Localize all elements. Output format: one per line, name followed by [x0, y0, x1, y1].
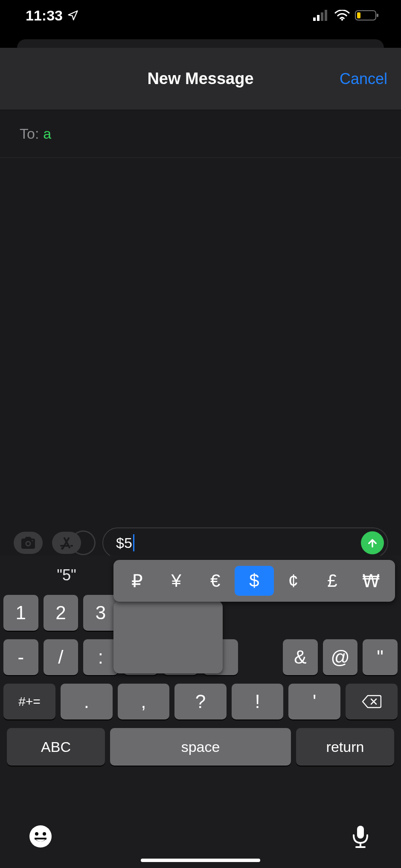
key-return[interactable]: return	[296, 728, 394, 766]
svg-rect-23	[357, 826, 364, 839]
message-input[interactable]: $5	[102, 527, 388, 558]
screen: 11:33 New Message Cancel To: a	[0, 0, 401, 868]
keyboard-keys: ₽ ¥ € $ ¢ £ ₩ 1 2 3	[0, 595, 401, 766]
currency-option[interactable]: £	[313, 566, 352, 596]
currency-option[interactable]: ₩	[352, 566, 391, 596]
wifi-icon	[334, 10, 350, 21]
currency-option[interactable]: €	[196, 566, 235, 596]
svg-rect-6	[357, 12, 360, 18]
svg-point-20	[35, 832, 38, 836]
key-3[interactable]: 3	[83, 595, 118, 631]
cellular-icon	[313, 10, 329, 21]
svg-rect-22	[35, 838, 46, 839]
backspace-icon	[362, 694, 381, 709]
svg-point-21	[43, 832, 46, 836]
text-caret	[133, 534, 134, 551]
camera-icon	[20, 536, 37, 550]
key-exclaim[interactable]: !	[232, 684, 284, 719]
battery-icon	[355, 10, 380, 21]
apps-button-wrap	[52, 532, 90, 554]
key-symbols[interactable]: #+=	[3, 684, 55, 719]
status-time: 11:33	[26, 7, 63, 24]
key-question[interactable]: ?	[174, 684, 227, 719]
key-row-3: #+= . , ? ! '	[3, 684, 398, 719]
send-button[interactable]	[361, 531, 384, 554]
key-ampersand[interactable]: &	[283, 639, 318, 675]
camera-button[interactable]	[14, 532, 43, 554]
svg-rect-0	[313, 17, 316, 21]
key-row-bottom: ABC space return	[3, 728, 398, 766]
keyboard-footer	[0, 815, 401, 858]
status-time-group: 11:33	[26, 7, 79, 24]
svg-rect-2	[321, 12, 323, 21]
status-icons	[313, 10, 380, 21]
message-text: $5	[116, 535, 132, 551]
key-at[interactable]: @	[323, 639, 358, 675]
to-field-row[interactable]: To: a	[0, 110, 401, 158]
svg-rect-3	[325, 10, 327, 21]
key-popup-connector	[113, 601, 223, 673]
key-comma[interactable]: ,	[118, 684, 170, 719]
currency-popup: ₽ ¥ € $ ¢ £ ₩	[113, 560, 395, 602]
location-arrow-icon	[67, 9, 79, 21]
key-abc[interactable]: ABC	[7, 728, 105, 766]
svg-rect-1	[317, 15, 320, 21]
key-apostrophe[interactable]: '	[288, 684, 340, 719]
sheet-peek	[17, 39, 384, 48]
currency-option[interactable]: ¢	[274, 566, 313, 596]
key-space[interactable]: space	[110, 728, 291, 766]
prediction-1-text: "5"	[57, 566, 76, 584]
nav-header: New Message Cancel	[0, 48, 401, 110]
key-dash[interactable]: -	[3, 639, 38, 675]
svg-line-16	[62, 548, 62, 549]
key-quote[interactable]: "	[363, 639, 398, 675]
key-period[interactable]: .	[61, 684, 113, 719]
currency-option-selected[interactable]: $	[235, 566, 273, 596]
home-indicator[interactable]	[141, 859, 260, 862]
currency-option[interactable]: ₽	[118, 566, 157, 596]
key-hidden	[243, 639, 278, 675]
status-bar: 11:33	[0, 0, 401, 31]
to-value: a	[43, 125, 51, 142]
key-1[interactable]: 1	[3, 595, 38, 631]
svg-point-19	[29, 825, 52, 848]
key-slash[interactable]: /	[44, 639, 78, 675]
arrow-up-icon	[366, 537, 378, 549]
apps-ring-icon	[71, 530, 96, 555]
currency-option[interactable]: ¥	[157, 566, 195, 596]
key-delete[interactable]	[346, 684, 398, 719]
message-area[interactable]	[0, 158, 401, 522]
key-2[interactable]: 2	[44, 595, 78, 631]
microphone-icon	[351, 824, 370, 849]
dictation-button[interactable]	[347, 823, 374, 850]
key-colon[interactable]: :	[83, 639, 118, 675]
emoji-icon	[29, 824, 52, 848]
svg-point-10	[27, 542, 30, 545]
svg-rect-7	[377, 14, 378, 17]
keyboard: "5" ₽ ¥ € $ ¢ £ ₩ 1 2 3	[0, 556, 401, 868]
svg-point-11	[32, 540, 33, 541]
to-label: To:	[20, 125, 39, 142]
cancel-button[interactable]: Cancel	[340, 70, 387, 88]
emoji-button[interactable]	[27, 823, 54, 850]
svg-point-4	[341, 19, 343, 21]
key-row-1: ₽ ¥ € $ ¢ £ ₩ 1 2 3	[3, 595, 398, 631]
